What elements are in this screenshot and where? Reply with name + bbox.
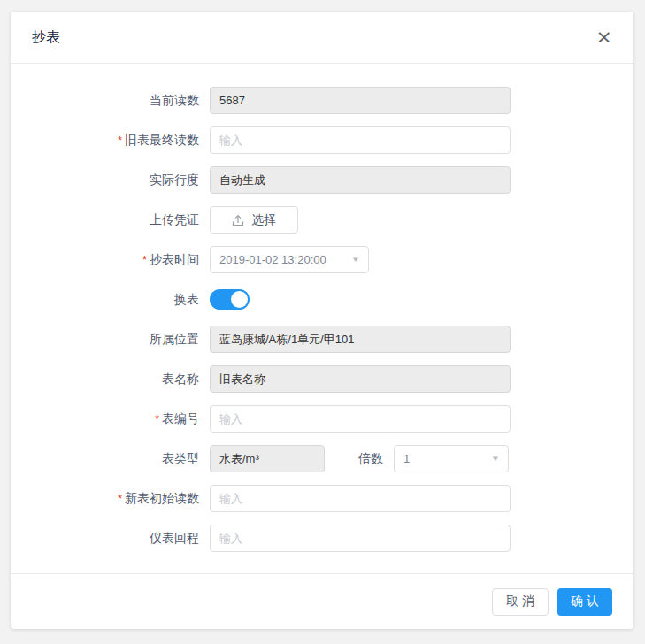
cancel-button[interactable]: 取 消 <box>492 588 549 616</box>
meter-return-label: 仪表回程 <box>32 531 210 547</box>
current-reading-field <box>210 87 511 114</box>
meter-name-field <box>210 365 511 393</box>
required-mark: * <box>118 134 122 147</box>
toggle-knob <box>231 291 248 308</box>
meter-type-field <box>210 445 325 472</box>
change-meter-toggle[interactable] <box>210 289 250 310</box>
meter-number-label: *表编号 <box>32 411 210 427</box>
dialog-title: 抄表 <box>32 28 60 47</box>
old-meter-final-reading-label: *旧表最终读数 <box>32 133 210 149</box>
upload-voucher-label: 上传凭证 <box>32 212 210 228</box>
row-old-meter-final-reading: *旧表最终读数 <box>32 126 612 154</box>
location-field <box>210 326 511 353</box>
change-meter-label: 换表 <box>32 292 210 308</box>
chevron-down-icon: ▼ <box>491 455 500 463</box>
reading-time-picker[interactable]: 2019-01-02 13:20:00 ▼ <box>210 246 369 273</box>
meter-reading-dialog: 抄表 × 当前读数 *旧表最终读数 实际行度 上传凭证 <box>11 12 633 629</box>
meter-name-label: 表名称 <box>32 372 210 387</box>
row-new-meter-initial-reading: *新表初始读数 <box>32 485 612 512</box>
row-meter-number: *表编号 <box>32 405 612 433</box>
reading-time-label: *抄表时间 <box>32 252 210 268</box>
upload-select-button[interactable]: 选择 <box>210 206 298 234</box>
close-icon[interactable]: × <box>596 27 612 47</box>
dialog-header: 抄表 × <box>11 12 633 64</box>
dialog-footer: 取 消 确 认 <box>11 573 633 629</box>
row-actual-usage: 实际行度 <box>32 166 612 194</box>
new-meter-initial-reading-label: *新表初始读数 <box>32 491 210 507</box>
dialog-body: 当前读数 *旧表最终读数 实际行度 上传凭证 选择 <box>11 64 633 552</box>
meter-type-label: 表类型 <box>32 451 210 467</box>
row-meter-return: 仪表回程 <box>32 525 612 552</box>
actual-usage-label: 实际行度 <box>32 172 210 188</box>
multiplier-select[interactable]: 1 ▼ <box>394 445 509 472</box>
row-meter-type: 表类型 倍数 1 ▼ <box>32 445 612 472</box>
row-current-reading: 当前读数 <box>32 87 612 114</box>
chevron-down-icon: ▼ <box>351 256 360 264</box>
meter-number-field[interactable] <box>210 405 511 433</box>
new-meter-initial-reading-field[interactable] <box>210 485 511 512</box>
multiplier-label: 倍数 <box>358 451 383 467</box>
row-upload-voucher: 上传凭证 选择 <box>32 206 612 234</box>
reading-time-value: 2019-01-02 13:20:00 <box>219 253 326 266</box>
confirm-button[interactable]: 确 认 <box>557 588 612 616</box>
row-change-meter: 换表 <box>32 286 612 313</box>
row-meter-name: 表名称 <box>32 365 612 393</box>
location-label: 所属位置 <box>32 332 210 348</box>
old-meter-final-reading-field[interactable] <box>210 126 511 154</box>
current-reading-label: 当前读数 <box>32 93 210 109</box>
required-mark: * <box>118 492 122 505</box>
actual-usage-field <box>210 166 511 194</box>
required-mark: * <box>142 253 147 266</box>
multiplier-value: 1 <box>403 452 410 465</box>
row-reading-time: *抄表时间 2019-01-02 13:20:00 ▼ <box>32 246 612 273</box>
required-mark: * <box>155 412 159 426</box>
upload-icon <box>232 214 244 226</box>
upload-select-label: 选择 <box>251 212 276 228</box>
meter-return-field[interactable] <box>210 525 511 552</box>
row-location: 所属位置 <box>32 326 612 353</box>
